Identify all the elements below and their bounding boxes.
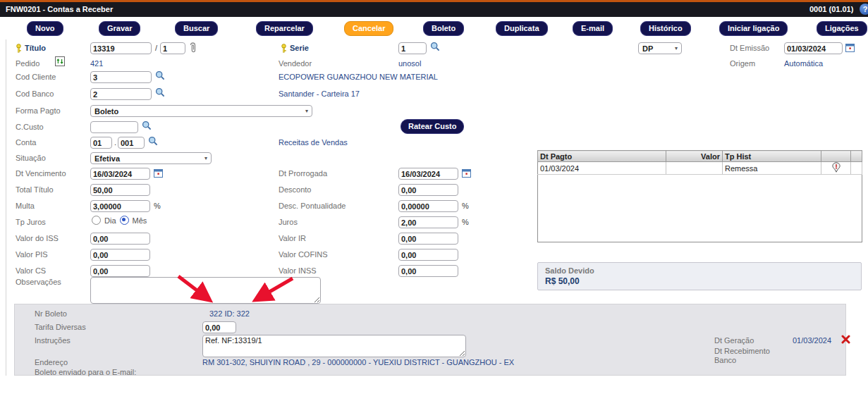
pedido-link-icon[interactable] [55,56,65,69]
table-filler [538,175,862,242]
dt-emissao-input[interactable] [784,42,843,54]
cod-cliente-input[interactable] [90,71,152,83]
observacoes-label: Observações [16,278,61,286]
payments-table-header: Dt Pagto Valor Tp Hist [538,151,862,162]
desc-pontualidade-percent: % [462,202,469,210]
saldo-devido-value: R$ 50,00 [545,276,580,286]
desconto-label: Desconto [279,185,311,194]
total-titulo-input[interactable] [90,184,150,196]
nr-boleto-value: 322 ID: 322 [209,309,250,318]
boleto-button[interactable]: Boleto [423,21,464,36]
ligacoes-button[interactable]: Ligações [817,21,867,36]
valor-inss-input[interactable] [398,265,458,277]
dt-emissao-calendar-icon[interactable] [845,42,855,55]
desc-pontualidade-label: Desc. Pontualidade [279,202,346,210]
cancelar-button[interactable]: Cancelar [344,21,393,36]
serie-input[interactable] [398,42,427,54]
juros-label: Juros [279,218,298,226]
conta-descricao: Receitas de Vendas [279,138,348,147]
tarifa-diversas-input[interactable] [202,321,236,333]
reparcelar-button[interactable]: Reparcelar [256,21,313,36]
total-titulo-label: Total Título [16,185,54,194]
juros-input[interactable] [398,216,458,228]
serie-search-icon[interactable] [430,42,440,54]
cell-valor [666,162,723,175]
juros-percent: % [462,218,469,226]
c-custo-label: C.Custo [16,123,44,131]
multa-input[interactable] [90,200,150,212]
instrucoes-textarea[interactable]: Ref. NF:13319/1 [202,335,466,357]
boleto-panel: Nr Boleto 322 ID: 322 Tarifa Diversas In… [14,304,846,376]
radio-dia[interactable] [92,216,101,225]
situacao-select[interactable]: Efetiva ▾ [90,152,212,164]
observacoes-textarea[interactable] [90,277,321,304]
conta-input-1[interactable] [90,137,112,149]
iniciar-ligacao-button[interactable]: Iniciar ligação [719,21,788,36]
valor-ir-label: Valor IR [279,234,306,242]
titulo-separator: / [155,44,157,52]
novo-button[interactable]: Novo [27,21,63,36]
tp-juros-radio-group: Dia Mês [92,216,147,225]
cell-warning [821,162,851,175]
chevron-down-icon: ▾ [204,155,207,161]
pedido-label: Pedido [16,59,39,68]
title-bar: FNW0201 - Contas a Receber 0001 (01.01) [0,2,868,17]
valor-ir-input[interactable] [398,233,458,245]
titulo-parcela-input[interactable] [160,42,185,54]
toolbar: Novo Gravar Buscar Reparcelar Cancelar B… [0,17,868,39]
historico-button[interactable]: Histórico [640,21,691,36]
radio-mes[interactable] [120,216,129,225]
forma-pagto-value: Boleto [94,107,118,116]
pedido-value: 421 [90,59,103,68]
conta-search-icon[interactable] [148,136,158,149]
titulo-input[interactable] [90,42,152,54]
cod-cliente-label: Cod Cliente [16,73,56,81]
titulo-label: Título [25,44,46,52]
attachment-icon[interactable] [189,42,197,56]
tipo-titulo-value: DP [642,44,653,53]
dt-prorrogada-calendar-icon[interactable] [462,168,471,180]
cancel-boleto-x-icon[interactable] [841,334,850,347]
c-custo-input[interactable] [90,121,138,133]
c-custo-search-icon[interactable] [142,121,152,133]
dt-vencimento-calendar-icon[interactable] [154,168,163,180]
ratear-custo-button[interactable]: Ratear Custo [401,119,464,134]
buscar-button[interactable]: Buscar [175,21,218,36]
chevron-down-icon: ▾ [675,45,678,51]
email-button[interactable]: E-mail [573,21,613,36]
valor-cs-input[interactable] [90,265,150,277]
valor-inss-label: Valor INSS [279,266,317,275]
tipo-titulo-select[interactable]: DP ▾ [638,42,682,54]
duplicata-button[interactable]: Duplicata [496,21,548,36]
app-window: FNW0201 - Contas a Receber 0001 (01.01) … [0,0,868,401]
payment-row[interactable]: 01/03/2024 Remessa [538,162,862,175]
key-icon [16,43,22,56]
cliente-search-icon[interactable] [155,70,165,83]
valor-cofins-input[interactable] [398,249,458,261]
dt-vencimento-label: Dt Vencimento [16,169,66,178]
endereco-value: RM 301-302, SHUIYIN ROAD , 29 - 00000000… [202,358,514,366]
forma-pagto-select[interactable]: Boleto ▾ [90,105,312,117]
gravar-button[interactable]: Gravar [99,21,140,36]
banco-search-icon[interactable] [155,87,165,100]
origem-value: Automática [784,59,823,68]
help-icon[interactable]: ? [860,4,868,15]
warning-pin-icon[interactable] [832,166,841,174]
conta-label: Conta [16,138,36,147]
valor-pis-input[interactable] [90,249,150,261]
cell-tp-hist: Remessa [723,162,821,175]
dt-vencimento-input[interactable] [90,168,150,180]
desc-pontualidade-input[interactable] [398,200,458,212]
cod-banco-input[interactable] [90,88,152,100]
valor-cofins-label: Valor COFINS [279,250,327,259]
tp-juros-label: Tp Juros [16,218,46,226]
dt-recebimento-banco-label: Dt Recebimento Banco [714,347,776,365]
conta-input-2[interactable] [118,137,145,149]
col-valor: Valor [666,151,723,162]
conta-separator: . [114,138,116,147]
dt-prorrogada-input[interactable] [398,168,458,180]
valor-iss-input[interactable] [90,233,150,245]
nr-boleto-label: Nr Boleto [35,309,67,318]
desconto-input[interactable] [398,184,458,196]
serie-label: Serie [290,44,309,52]
